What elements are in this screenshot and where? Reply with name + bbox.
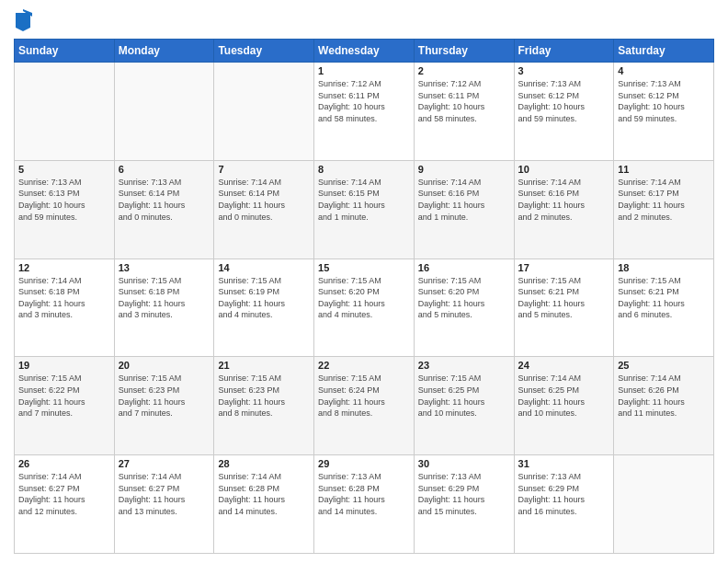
day-info: Sunrise: 7:15 AM Sunset: 6:19 PM Dayligh… [218, 275, 310, 321]
day-number: 17 [518, 262, 610, 273]
calendar-week-row: 5Sunrise: 7:13 AM Sunset: 6:13 PM Daylig… [15, 160, 714, 259]
calendar-cell: 15Sunrise: 7:15 AM Sunset: 6:20 PM Dayli… [314, 259, 415, 357]
calendar-cell: 5Sunrise: 7:13 AM Sunset: 6:13 PM Daylig… [15, 160, 115, 259]
calendar-cell: 25Sunrise: 7:14 AM Sunset: 6:26 PM Dayli… [614, 357, 714, 455]
calendar-cell [114, 63, 214, 161]
calendar-cell: 4Sunrise: 7:13 AM Sunset: 6:12 PM Daylig… [614, 63, 714, 161]
day-info: Sunrise: 7:14 AM Sunset: 6:18 PM Dayligh… [18, 275, 110, 321]
calendar-cell: 30Sunrise: 7:13 AM Sunset: 6:29 PM Dayli… [414, 455, 514, 554]
calendar-cell: 18Sunrise: 7:15 AM Sunset: 6:21 PM Dayli… [614, 259, 714, 357]
calendar-cell: 10Sunrise: 7:14 AM Sunset: 6:16 PM Dayli… [514, 160, 614, 259]
page: SundayMondayTuesdayWednesdayThursdayFrid… [0, 0, 728, 563]
calendar-cell: 2Sunrise: 7:12 AM Sunset: 6:11 PM Daylig… [414, 63, 514, 161]
calendar-cell: 1Sunrise: 7:12 AM Sunset: 6:11 PM Daylig… [314, 63, 415, 161]
day-number: 11 [618, 164, 710, 175]
day-number: 13 [119, 262, 210, 273]
calendar-week-row: 19Sunrise: 7:15 AM Sunset: 6:22 PM Dayli… [15, 357, 714, 455]
day-number: 3 [518, 65, 610, 76]
day-info: Sunrise: 7:12 AM Sunset: 6:11 PM Dayligh… [418, 78, 510, 124]
day-number: 1 [318, 65, 410, 76]
day-info: Sunrise: 7:14 AM Sunset: 6:27 PM Dayligh… [18, 471, 110, 517]
day-info: Sunrise: 7:15 AM Sunset: 6:23 PM Dayligh… [218, 373, 310, 419]
calendar-cell: 24Sunrise: 7:14 AM Sunset: 6:25 PM Dayli… [514, 357, 614, 455]
calendar-cell: 29Sunrise: 7:13 AM Sunset: 6:28 PM Dayli… [314, 455, 415, 554]
day-number: 23 [418, 360, 510, 371]
calendar-cell [614, 455, 714, 554]
calendar-cell: 3Sunrise: 7:13 AM Sunset: 6:12 PM Daylig… [514, 63, 614, 161]
day-header-wednesday: Wednesday [314, 40, 415, 63]
day-info: Sunrise: 7:14 AM Sunset: 6:15 PM Dayligh… [318, 177, 410, 223]
calendar-cell: 22Sunrise: 7:15 AM Sunset: 6:24 PM Dayli… [314, 357, 415, 455]
day-info: Sunrise: 7:15 AM Sunset: 6:20 PM Dayligh… [418, 275, 510, 321]
calendar-cell: 7Sunrise: 7:14 AM Sunset: 6:14 PM Daylig… [214, 160, 314, 259]
day-number: 8 [318, 164, 410, 175]
day-number: 19 [18, 360, 110, 371]
calendar-cell: 27Sunrise: 7:14 AM Sunset: 6:27 PM Dayli… [114, 455, 214, 554]
day-info: Sunrise: 7:15 AM Sunset: 6:23 PM Dayligh… [119, 373, 210, 419]
calendar-week-row: 12Sunrise: 7:14 AM Sunset: 6:18 PM Dayli… [15, 259, 714, 357]
day-info: Sunrise: 7:14 AM Sunset: 6:16 PM Dayligh… [518, 177, 610, 223]
day-info: Sunrise: 7:13 AM Sunset: 6:13 PM Dayligh… [18, 177, 110, 223]
day-number: 30 [418, 458, 510, 469]
day-number: 28 [218, 458, 310, 469]
day-number: 6 [119, 164, 210, 175]
day-info: Sunrise: 7:15 AM Sunset: 6:20 PM Dayligh… [318, 275, 410, 321]
day-info: Sunrise: 7:13 AM Sunset: 6:28 PM Dayligh… [318, 471, 410, 517]
day-number: 21 [218, 360, 310, 371]
day-header-friday: Friday [514, 40, 614, 63]
day-info: Sunrise: 7:15 AM Sunset: 6:21 PM Dayligh… [618, 275, 710, 321]
day-number: 7 [218, 164, 310, 175]
calendar-cell: 20Sunrise: 7:15 AM Sunset: 6:23 PM Dayli… [114, 357, 214, 455]
day-info: Sunrise: 7:15 AM Sunset: 6:24 PM Dayligh… [318, 373, 410, 419]
day-header-thursday: Thursday [414, 40, 514, 63]
day-info: Sunrise: 7:15 AM Sunset: 6:21 PM Dayligh… [518, 275, 610, 321]
calendar-cell: 13Sunrise: 7:15 AM Sunset: 6:18 PM Dayli… [114, 259, 214, 357]
day-info: Sunrise: 7:15 AM Sunset: 6:18 PM Dayligh… [119, 275, 210, 321]
day-number: 31 [518, 458, 610, 469]
day-info: Sunrise: 7:13 AM Sunset: 6:29 PM Dayligh… [518, 471, 610, 517]
calendar-week-row: 1Sunrise: 7:12 AM Sunset: 6:11 PM Daylig… [15, 63, 714, 161]
day-number: 24 [518, 360, 610, 371]
day-info: Sunrise: 7:13 AM Sunset: 6:12 PM Dayligh… [518, 78, 610, 124]
calendar-cell: 8Sunrise: 7:14 AM Sunset: 6:15 PM Daylig… [314, 160, 415, 259]
day-header-tuesday: Tuesday [214, 40, 314, 63]
calendar-cell: 16Sunrise: 7:15 AM Sunset: 6:20 PM Dayli… [414, 259, 514, 357]
calendar-week-row: 26Sunrise: 7:14 AM Sunset: 6:27 PM Dayli… [15, 455, 714, 554]
day-header-sunday: Sunday [15, 40, 115, 63]
day-info: Sunrise: 7:14 AM Sunset: 6:27 PM Dayligh… [119, 471, 210, 517]
logo-icon [14, 9, 32, 31]
day-info: Sunrise: 7:14 AM Sunset: 6:26 PM Dayligh… [618, 373, 710, 419]
calendar-cell: 23Sunrise: 7:15 AM Sunset: 6:25 PM Dayli… [414, 357, 514, 455]
day-number: 25 [618, 360, 710, 371]
day-info: Sunrise: 7:13 AM Sunset: 6:14 PM Dayligh… [119, 177, 210, 223]
calendar-cell: 31Sunrise: 7:13 AM Sunset: 6:29 PM Dayli… [514, 455, 614, 554]
calendar-cell: 6Sunrise: 7:13 AM Sunset: 6:14 PM Daylig… [114, 160, 214, 259]
day-info: Sunrise: 7:13 AM Sunset: 6:29 PM Dayligh… [418, 471, 510, 517]
calendar-cell: 28Sunrise: 7:14 AM Sunset: 6:28 PM Dayli… [214, 455, 314, 554]
day-number: 29 [318, 458, 410, 469]
calendar-cell [214, 63, 314, 161]
calendar-header-row: SundayMondayTuesdayWednesdayThursdayFrid… [15, 40, 714, 63]
calendar-cell: 19Sunrise: 7:15 AM Sunset: 6:22 PM Dayli… [15, 357, 115, 455]
calendar-cell [15, 63, 115, 161]
day-header-saturday: Saturday [614, 40, 714, 63]
day-number: 16 [418, 262, 510, 273]
day-info: Sunrise: 7:14 AM Sunset: 6:14 PM Dayligh… [218, 177, 310, 223]
day-number: 15 [318, 262, 410, 273]
calendar-cell: 9Sunrise: 7:14 AM Sunset: 6:16 PM Daylig… [414, 160, 514, 259]
day-number: 26 [18, 458, 110, 469]
day-info: Sunrise: 7:15 AM Sunset: 6:22 PM Dayligh… [18, 373, 110, 419]
day-info: Sunrise: 7:15 AM Sunset: 6:25 PM Dayligh… [418, 373, 510, 419]
day-info: Sunrise: 7:13 AM Sunset: 6:12 PM Dayligh… [618, 78, 710, 124]
day-number: 22 [318, 360, 410, 371]
day-number: 18 [618, 262, 710, 273]
day-number: 2 [418, 65, 510, 76]
day-number: 10 [518, 164, 610, 175]
day-info: Sunrise: 7:12 AM Sunset: 6:11 PM Dayligh… [318, 78, 410, 124]
calendar-table: SundayMondayTuesdayWednesdayThursdayFrid… [14, 39, 714, 554]
calendar-cell: 26Sunrise: 7:14 AM Sunset: 6:27 PM Dayli… [15, 455, 115, 554]
day-header-monday: Monday [114, 40, 214, 63]
day-number: 20 [119, 360, 210, 371]
day-info: Sunrise: 7:14 AM Sunset: 6:16 PM Dayligh… [418, 177, 510, 223]
calendar-cell: 21Sunrise: 7:15 AM Sunset: 6:23 PM Dayli… [214, 357, 314, 455]
